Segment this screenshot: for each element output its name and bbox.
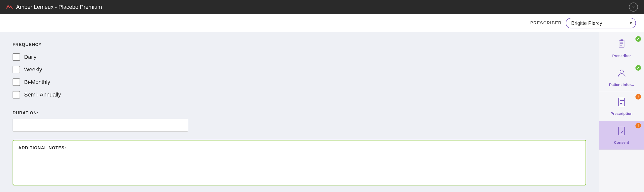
prescriber-badge: ✓ [635,36,641,42]
checkbox-weekly-label: Weekly [24,66,42,73]
form-area: FREQUENCY Daily Weekly Bi-Monthly Semi- … [0,32,599,192]
frequency-options: Daily Weekly Bi-Monthly Semi- Annually [13,53,586,99]
frequency-section-label: FREQUENCY [13,42,586,47]
checkbox-semiannually-label: Semi- Annually [24,91,61,98]
sidebar-item-consent[interactable]: ! Consent [599,121,644,150]
prescriber-bar: PRESCRIBER Brigitte Piercy ▾ [0,14,644,32]
duration-section: DURATION: [13,111,586,132]
app-logo-icon [6,4,13,11]
checkbox-bimonthly[interactable]: Bi-Monthly [13,78,586,86]
checkbox-weekly[interactable]: Weekly [13,66,586,73]
patient-info-badge: ✓ [635,65,641,71]
consent-icon [617,126,627,138]
sidebar-patient-info-label: Patient Infor... [609,82,634,87]
sidebar-item-prescription[interactable]: ! Prescription [599,92,644,121]
prescription-badge: ! [635,94,641,100]
svg-point-5 [620,70,623,73]
notes-label: ADDITIONAL NOTES: [18,146,581,151]
patient-info-icon [617,68,627,80]
title-bar: Amber Lemeux - Placebo Premium × [0,0,644,14]
title-bar-left: Amber Lemeux - Placebo Premium [6,4,102,11]
checkbox-semiannually-box[interactable] [13,91,20,99]
checkbox-daily-label: Daily [24,54,36,60]
checkbox-bimonthly-label: Bi-Monthly [24,79,50,85]
sidebar-prescription-label: Prescription [611,111,633,116]
notes-section: ADDITIONAL NOTES: [13,140,586,185]
prescriber-icon [617,39,627,52]
prescriber-select-wrapper: Brigitte Piercy ▾ [566,18,636,28]
svg-rect-10 [619,127,625,135]
sidebar-item-prescriber[interactable]: ✓ Prescriber [599,34,644,63]
prescriber-label: PRESCRIBER [530,21,562,26]
duration-input[interactable] [13,119,188,132]
duration-label: DURATION: [13,111,586,116]
sidebar-consent-label: Consent [614,140,629,145]
checkbox-bimonthly-box[interactable] [13,78,20,86]
checkbox-weekly-box[interactable] [13,66,20,73]
consent-badge: ! [635,123,641,128]
sidebar-prescriber-label: Prescriber [612,54,631,58]
app-window: Amber Lemeux - Placebo Premium × PRESCRI… [0,0,644,192]
prescriber-select[interactable]: Brigitte Piercy [566,18,636,28]
main-content: FREQUENCY Daily Weekly Bi-Monthly Semi- … [0,32,644,192]
checkbox-semiannually[interactable]: Semi- Annually [13,91,586,99]
sidebar-item-patient-info[interactable]: ✓ Patient Infor... [599,63,644,92]
checkbox-daily[interactable]: Daily [13,53,586,61]
prescription-icon [617,97,627,109]
window-title: Amber Lemeux - Placebo Premium [16,4,102,10]
close-button[interactable]: × [629,3,638,12]
right-sidebar: ✓ Prescriber ✓ [599,32,644,192]
checkbox-daily-box[interactable] [13,53,20,61]
close-icon: × [632,4,635,10]
notes-textarea[interactable] [18,154,581,179]
